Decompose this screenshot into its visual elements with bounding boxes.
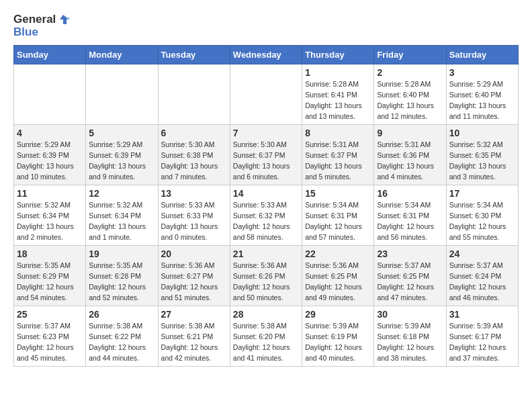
day-info: Sunrise: 5:29 AM Sunset: 6:39 PM Dayligh… [89,140,154,182]
day-number: 25 [17,309,83,320]
day-number: 1 [305,67,371,78]
calendar-cell: 24Sunrise: 5:37 AM Sunset: 6:24 PM Dayli… [446,246,518,306]
calendar-cell [230,64,302,125]
calendar-week-row: 18Sunrise: 5:35 AM Sunset: 6:29 PM Dayli… [14,246,519,306]
day-number: 29 [305,309,371,320]
day-info: Sunrise: 5:38 AM Sunset: 6:21 PM Dayligh… [161,321,227,363]
weekday-header: Saturday [446,46,518,64]
calendar-cell: 5Sunrise: 5:29 AM Sunset: 6:39 PM Daylig… [86,125,158,185]
day-number: 3 [449,67,515,78]
day-info: Sunrise: 5:30 AM Sunset: 6:38 PM Dayligh… [161,140,227,182]
calendar-week-row: 25Sunrise: 5:37 AM Sunset: 6:23 PM Dayli… [14,306,519,367]
calendar-cell: 4Sunrise: 5:29 AM Sunset: 6:39 PM Daylig… [14,125,86,185]
calendar-cell [14,64,86,125]
day-info: Sunrise: 5:29 AM Sunset: 6:40 PM Dayligh… [449,79,515,122]
calendar-week-row: 11Sunrise: 5:32 AM Sunset: 6:34 PM Dayli… [14,185,519,246]
day-number: 24 [449,248,515,259]
calendar-cell: 19Sunrise: 5:35 AM Sunset: 6:28 PM Dayli… [86,246,158,306]
logo-general: General [13,13,56,26]
calendar-cell: 10Sunrise: 5:32 AM Sunset: 6:35 PM Dayli… [446,125,518,185]
day-info: Sunrise: 5:36 AM Sunset: 6:25 PM Dayligh… [305,261,371,303]
day-number: 31 [449,309,515,320]
calendar-week-row: 4Sunrise: 5:29 AM Sunset: 6:39 PM Daylig… [14,125,519,185]
calendar-cell: 26Sunrise: 5:38 AM Sunset: 6:22 PM Dayli… [86,306,158,367]
day-number: 7 [233,128,299,138]
calendar-cell: 9Sunrise: 5:31 AM Sunset: 6:36 PM Daylig… [374,125,446,185]
calendar-cell: 29Sunrise: 5:39 AM Sunset: 6:19 PM Dayli… [302,306,374,367]
day-number: 6 [161,128,227,138]
day-number: 30 [377,309,443,320]
calendar-cell: 6Sunrise: 5:30 AM Sunset: 6:38 PM Daylig… [158,125,230,185]
day-info: Sunrise: 5:39 AM Sunset: 6:19 PM Dayligh… [305,321,371,363]
day-info: Sunrise: 5:38 AM Sunset: 6:20 PM Dayligh… [233,321,299,363]
weekday-header: Tuesday [158,46,230,64]
day-info: Sunrise: 5:37 AM Sunset: 6:23 PM Dayligh… [17,321,83,363]
logo-bird-icon [57,13,69,26]
page-header: General Blue [13,13,519,38]
calendar-cell: 11Sunrise: 5:32 AM Sunset: 6:34 PM Dayli… [14,185,86,246]
calendar-cell: 27Sunrise: 5:38 AM Sunset: 6:21 PM Dayli… [158,306,230,367]
day-info: Sunrise: 5:37 AM Sunset: 6:24 PM Dayligh… [449,261,515,303]
day-info: Sunrise: 5:30 AM Sunset: 6:37 PM Dayligh… [233,140,299,182]
logo-blue: Blue [13,26,69,39]
day-number: 12 [89,188,154,199]
day-info: Sunrise: 5:34 AM Sunset: 6:30 PM Dayligh… [449,200,515,242]
day-number: 26 [89,309,154,320]
calendar-cell: 28Sunrise: 5:38 AM Sunset: 6:20 PM Dayli… [230,306,302,367]
day-info: Sunrise: 5:35 AM Sunset: 6:28 PM Dayligh… [89,261,154,303]
day-number: 8 [305,128,371,138]
day-info: Sunrise: 5:28 AM Sunset: 6:40 PM Dayligh… [377,79,443,122]
day-number: 15 [305,188,371,199]
day-number: 10 [449,128,515,138]
weekday-header: Friday [374,46,446,64]
calendar-cell: 3Sunrise: 5:29 AM Sunset: 6:40 PM Daylig… [446,64,518,125]
day-number: 11 [17,188,83,199]
day-info: Sunrise: 5:38 AM Sunset: 6:22 PM Dayligh… [89,321,154,363]
calendar-cell: 15Sunrise: 5:34 AM Sunset: 6:31 PM Dayli… [302,185,374,246]
day-info: Sunrise: 5:31 AM Sunset: 6:37 PM Dayligh… [305,140,371,182]
weekday-header: Monday [86,46,158,64]
day-number: 9 [377,128,443,138]
calendar-cell: 18Sunrise: 5:35 AM Sunset: 6:29 PM Dayli… [14,246,86,306]
calendar-cell: 31Sunrise: 5:39 AM Sunset: 6:17 PM Dayli… [446,306,518,367]
calendar-cell: 12Sunrise: 5:32 AM Sunset: 6:34 PM Dayli… [86,185,158,246]
calendar-cell [86,64,158,125]
calendar-cell: 20Sunrise: 5:36 AM Sunset: 6:27 PM Dayli… [158,246,230,306]
day-number: 2 [377,67,443,78]
day-number: 18 [17,248,83,259]
calendar-table: SundayMondayTuesdayWednesdayThursdayFrid… [13,45,519,367]
day-info: Sunrise: 5:37 AM Sunset: 6:25 PM Dayligh… [377,261,443,303]
calendar-cell: 17Sunrise: 5:34 AM Sunset: 6:30 PM Dayli… [446,185,518,246]
calendar-cell: 23Sunrise: 5:37 AM Sunset: 6:25 PM Dayli… [374,246,446,306]
day-number: 14 [233,188,299,199]
weekday-header: Thursday [302,46,374,64]
calendar-cell: 14Sunrise: 5:33 AM Sunset: 6:32 PM Dayli… [230,185,302,246]
day-number: 21 [233,248,299,259]
day-number: 19 [89,248,154,259]
day-info: Sunrise: 5:36 AM Sunset: 6:27 PM Dayligh… [161,261,227,303]
day-info: Sunrise: 5:28 AM Sunset: 6:41 PM Dayligh… [305,79,371,122]
weekday-header: Wednesday [230,46,302,64]
day-info: Sunrise: 5:32 AM Sunset: 6:34 PM Dayligh… [89,200,154,242]
logo: General Blue [13,13,69,38]
calendar-cell: 30Sunrise: 5:39 AM Sunset: 6:18 PM Dayli… [374,306,446,367]
day-info: Sunrise: 5:32 AM Sunset: 6:34 PM Dayligh… [17,200,83,242]
day-info: Sunrise: 5:39 AM Sunset: 6:17 PM Dayligh… [449,321,515,363]
weekday-header: Sunday [14,46,86,64]
calendar-week-row: 1Sunrise: 5:28 AM Sunset: 6:41 PM Daylig… [14,64,519,125]
day-info: Sunrise: 5:33 AM Sunset: 6:32 PM Dayligh… [233,200,299,242]
calendar-cell [158,64,230,125]
calendar-cell: 21Sunrise: 5:36 AM Sunset: 6:26 PM Dayli… [230,246,302,306]
day-info: Sunrise: 5:33 AM Sunset: 6:33 PM Dayligh… [161,200,227,242]
day-info: Sunrise: 5:35 AM Sunset: 6:29 PM Dayligh… [17,261,83,303]
day-number: 5 [89,128,154,138]
day-number: 20 [161,248,227,259]
day-info: Sunrise: 5:34 AM Sunset: 6:31 PM Dayligh… [305,200,371,242]
day-number: 13 [161,188,227,199]
calendar-cell: 16Sunrise: 5:34 AM Sunset: 6:31 PM Dayli… [374,185,446,246]
calendar-cell: 2Sunrise: 5:28 AM Sunset: 6:40 PM Daylig… [374,64,446,125]
day-info: Sunrise: 5:34 AM Sunset: 6:31 PM Dayligh… [377,200,443,242]
day-number: 23 [377,248,443,259]
day-number: 16 [377,188,443,199]
day-number: 4 [17,128,83,138]
